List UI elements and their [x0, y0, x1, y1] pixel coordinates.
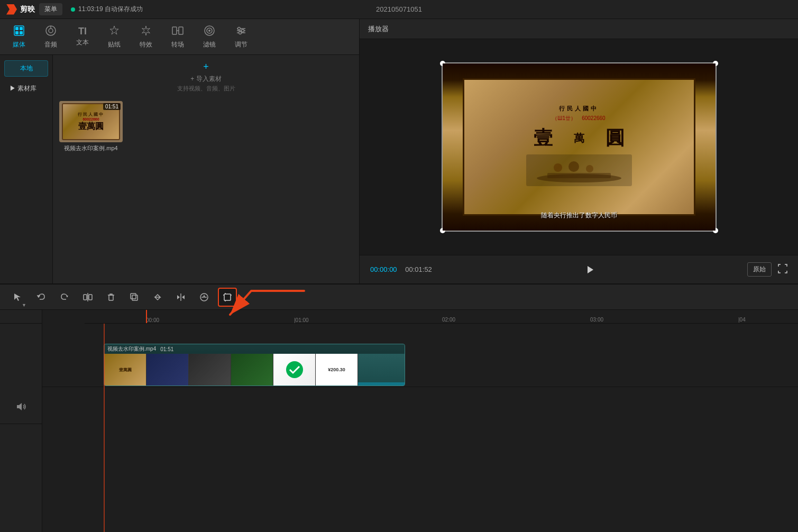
play-button[interactable] — [581, 261, 598, 278]
crop-tool-container: 01:00 — [218, 288, 237, 307]
tab-adjust[interactable]: 调节 — [231, 23, 252, 51]
toolbar-tabs: 媒体 音频 TI 文本 — [0, 19, 359, 55]
svg-marker-8 — [110, 26, 118, 34]
svg-rect-25 — [547, 173, 611, 178]
tab-transition[interactable]: 转场 — [167, 23, 188, 51]
sticker-icon — [108, 25, 120, 38]
svg-point-19 — [242, 29, 244, 32]
video-track[interactable]: 视频去水印案例.mp4 01:51 壹萬圓 — [42, 340, 798, 387]
timeline-ruler-row: 00:00 |01:00 02:00 03:00 |04 — [0, 310, 798, 324]
svg-point-22 — [554, 163, 562, 172]
media-thumb: 行民人國中 60022660 壹萬圓 01:51 — [59, 101, 123, 142]
tab-sticker-label: 贴纸 — [108, 40, 121, 49]
tab-effects[interactable]: 特效 — [135, 23, 157, 51]
svg-rect-33 — [109, 295, 113, 300]
svg-rect-34 — [132, 295, 137, 300]
sticker-button[interactable] — [195, 288, 214, 307]
tab-audio-label: 音频 — [44, 40, 57, 49]
save-status: 11:03:19 自动保存成功 — [78, 5, 143, 14]
duration-badge: 01:51 — [103, 103, 121, 110]
clip-thumb-5 — [273, 354, 316, 386]
player-controls: 00:00:00 00:01:52 原始 — [360, 255, 798, 283]
fullscreen-button[interactable] — [778, 264, 787, 276]
split-button[interactable] — [78, 288, 97, 307]
clip-thumb-3 — [189, 354, 231, 386]
clip-duration: 01:51 — [160, 346, 173, 352]
svg-marker-37 — [177, 295, 180, 299]
svg-rect-32 — [89, 295, 92, 300]
tab-media-label: 媒体 — [13, 40, 25, 49]
left-panel: 媒体 音频 TI 文本 — [0, 19, 360, 283]
volume-icon[interactable] — [15, 401, 27, 415]
main-layout: 媒体 音频 TI 文本 — [0, 19, 798, 283]
original-button[interactable]: 原始 — [747, 262, 772, 277]
video-frame[interactable]: 行民人國中 （Ш1廿） 60022660 壹 萬 圓 — [442, 62, 717, 232]
tab-text[interactable]: TI 文本 — [72, 24, 93, 49]
transition-icon — [172, 25, 184, 38]
svg-point-20 — [239, 31, 242, 34]
redo-button[interactable] — [55, 288, 74, 307]
top-bar: 剪映 菜单 11:03:19 自动保存成功 202105071051 — [0, 0, 798, 19]
clip-thumb-2 — [146, 354, 189, 386]
mirror-button[interactable] — [171, 288, 190, 307]
tab-sticker[interactable]: 贴纸 — [104, 23, 125, 51]
clip-thumbnails: 壹萬圓 — [104, 354, 405, 386]
undo-button[interactable] — [32, 288, 51, 307]
svg-rect-2 — [20, 27, 23, 30]
svg-rect-1 — [15, 27, 19, 30]
local-btn[interactable]: 本地 — [4, 60, 48, 77]
select-tool[interactable]: ▼ — [8, 288, 27, 307]
material-btn[interactable]: ▶ 素材库 — [4, 81, 48, 96]
tab-filter[interactable]: 滤镜 — [199, 23, 220, 51]
loop-button[interactable] — [148, 288, 167, 307]
effects-icon — [140, 25, 152, 38]
tab-media[interactable]: 媒体 — [8, 23, 30, 51]
app-name: 剪映 — [20, 5, 35, 14]
text-icon: TI — [78, 26, 87, 36]
player-header: 播放器 — [360, 19, 798, 39]
timeline-section: ▼ — [0, 283, 798, 532]
audio-icon — [45, 25, 57, 38]
svg-marker-27 — [14, 293, 21, 301]
duplicate-button[interactable] — [125, 288, 144, 307]
svg-rect-4 — [20, 31, 23, 34]
video-clip[interactable]: 视频去水印案例.mp4 01:51 壹萬圓 — [104, 344, 405, 386]
svg-marker-46 — [17, 403, 22, 410]
svg-point-47 — [286, 361, 303, 378]
delete-button[interactable] — [102, 288, 121, 307]
media-content: 本地 ▶ 素材库 + + 导入素材 支持视频、音频、图片 行民人國中 60022… — [0, 55, 359, 283]
tab-audio[interactable]: 音频 — [40, 23, 61, 51]
svg-rect-40 — [224, 294, 231, 300]
import-label: + 导入素材 — [190, 75, 221, 84]
menu-button[interactable]: 菜单 — [39, 3, 62, 15]
svg-rect-31 — [84, 295, 87, 300]
right-panel: 播放器 行民人國中 （Ш1廿） 60022660 壹 萬 圓 — [360, 19, 798, 283]
top-bar-date: 202105071051 — [376, 5, 422, 13]
time-total: 00:01:52 — [403, 265, 432, 273]
svg-point-14 — [208, 30, 210, 32]
crop-button[interactable] — [218, 288, 237, 307]
media-icon — [13, 25, 25, 38]
tab-text-label: 文本 — [76, 38, 89, 47]
banknote-content: 行民人國中 （Ш1廿） 60022660 壹 萬 圓 — [463, 78, 695, 216]
tab-filter-label: 滤镜 — [203, 40, 216, 49]
track-area: 视频去水印案例.mp4 01:51 壹萬圓 — [0, 324, 798, 532]
svg-marker-29 — [66, 296, 68, 297]
audio-track-label[interactable] — [0, 392, 42, 424]
svg-point-6 — [49, 29, 53, 33]
banknote-title: 行民人國中 — [559, 105, 599, 113]
svg-rect-3 — [15, 31, 19, 34]
clip-header: 视频去水印案例.mp4 01:51 — [104, 344, 405, 354]
banknote-chars: 壹 萬 圓 — [534, 125, 625, 151]
tab-transition-label: 转场 — [171, 40, 184, 49]
video-subtitle: 随着央行推出了数字人民币 — [443, 211, 716, 220]
player-area: 行民人國中 （Ш1廿） 60022660 壹 萬 圓 — [360, 39, 798, 255]
import-area[interactable]: + + 导入素材 支持视频、音频、图片 — [59, 61, 353, 93]
clip-thumb-6: ¥200.30 — [316, 354, 358, 386]
playhead-line — [104, 324, 105, 532]
media-name: 视频去水印案例.mp4 — [59, 144, 123, 152]
media-item[interactable]: 行民人國中 60022660 壹萬圓 01:51 视频去水印案例.mp4 — [59, 101, 123, 152]
import-hint: 支持视频、音频、图片 — [177, 85, 235, 93]
filter-icon — [204, 25, 215, 38]
svg-marker-26 — [588, 266, 593, 273]
